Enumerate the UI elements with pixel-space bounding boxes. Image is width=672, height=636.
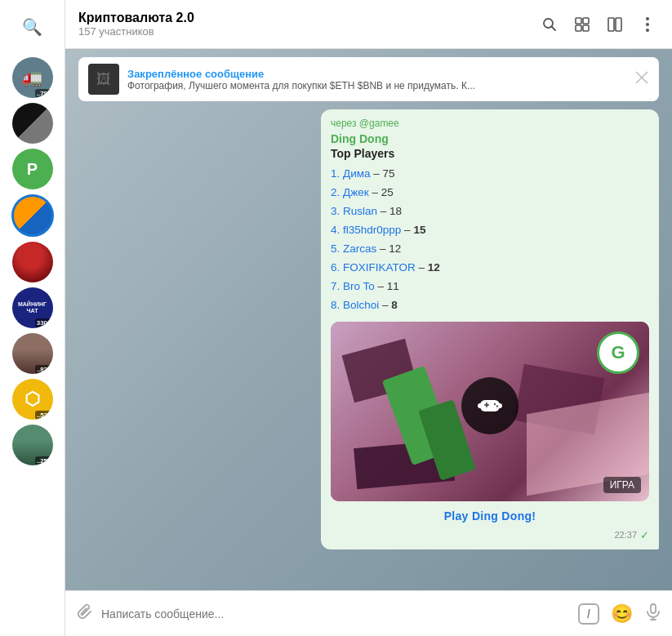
chat-subtitle: 157 участников — [78, 25, 530, 38]
input-right-icons: / 😊 — [578, 603, 662, 625]
avatar-badge: ..796 — [35, 89, 53, 98]
svg-rect-6 — [608, 18, 614, 31]
avatar-badge: ..259 — [35, 456, 53, 465]
sidebar-item-9[interactable]: ..259 — [12, 425, 53, 465]
gamee-logo: G — [597, 331, 639, 374]
list-item: 5. Zarcas – 12 — [331, 240, 649, 259]
command-button[interactable]: / — [578, 603, 599, 625]
player-list: 1. Дима – 75 2. Джек – 25 3. — [331, 165, 649, 315]
list-item: 1. Дима – 75 — [331, 165, 649, 184]
sidebar-search-button[interactable]: 🔍 — [14, 8, 51, 46]
svg-point-19 — [496, 405, 498, 407]
avatar-emoji: 🚛 — [22, 68, 42, 87]
chat-header-icons — [538, 13, 659, 36]
sidebar-item-2[interactable] — [12, 103, 53, 144]
game-title: Ding Dong — [331, 132, 649, 145]
search-button[interactable] — [538, 13, 561, 36]
controller-icon — [461, 377, 518, 434]
svg-line-1 — [552, 26, 556, 30]
message-bubble: через @gamee Ding Dong Top Players 1. Ди… — [321, 109, 659, 549]
list-item: 3. Ruslan – 18 — [331, 202, 649, 221]
sidebar-item-7[interactable]: ..829 — [12, 333, 53, 374]
svg-rect-5 — [583, 25, 589, 31]
chat-mode-button[interactable] — [571, 13, 594, 36]
sidebar-item-4[interactable] — [11, 194, 54, 237]
svg-rect-14 — [478, 403, 484, 408]
pinned-thumbnail: 🖼 — [88, 64, 119, 95]
game-label-badge: ИГРА — [603, 477, 641, 493]
emoji-button[interactable]: 😊 — [611, 603, 633, 625]
pin-icon — [634, 70, 649, 88]
avatar-badge: ..535 — [35, 411, 53, 420]
more-options-button[interactable] — [636, 13, 659, 36]
svg-rect-3 — [583, 18, 589, 24]
sidebar-item-3[interactable]: P — [12, 149, 53, 189]
message-meta: 22:37 ✓ — [331, 529, 649, 541]
message-timestamp: 22:37 — [614, 530, 637, 540]
svg-rect-20 — [651, 604, 656, 613]
pinned-text: Фотография, Лучшего момента для покупки … — [127, 80, 626, 91]
pinned-title: Закреплённое сообщение — [127, 68, 626, 80]
sidebar-item-5[interactable] — [12, 242, 53, 282]
list-item: 7. Bro To – 11 — [331, 278, 649, 296]
svg-rect-7 — [616, 18, 621, 31]
list-item: 4. fl35hdr0ppp – 15 — [331, 221, 649, 240]
svg-point-18 — [494, 403, 496, 404]
pinned-message[interactable]: 🖼 Закреплённое сообщение Фотография, Луч… — [78, 57, 659, 101]
chat-header-info: Криптовалюта 2.0 157 участников — [78, 11, 530, 38]
list-item: 6. FOXIFIKATOR – 12 — [331, 259, 649, 278]
avatar-badge: 3304 — [35, 318, 53, 328]
chat-messages: 🖼 Закреплённое сообщение Фотография, Луч… — [78, 57, 659, 549]
chat-title: Криптовалюта 2.0 — [78, 11, 530, 25]
gamee-logo-letter: G — [611, 342, 625, 363]
avatar-text: МАЙНИНГЧАТ — [18, 301, 47, 315]
sidebar-item-6[interactable]: МАЙНИНГЧАТ 3304 — [12, 287, 53, 328]
message-tick: ✓ — [640, 529, 649, 541]
sidebar-item-1[interactable]: 🚛 ..796 — [12, 57, 53, 98]
svg-point-10 — [646, 29, 649, 32]
play-button-row: Play Ding Dong! — [331, 501, 649, 526]
game-thumbnail[interactable]: G — [331, 322, 649, 501]
avatar-badge: ..829 — [35, 365, 53, 374]
top-players-title: Top Players — [331, 147, 649, 160]
svg-point-9 — [646, 23, 649, 26]
sidebar: 🔍 🚛 ..796 P МАЙНИНГЧАТ 3304 ..829 ⬡ ..53… — [0, 0, 65, 636]
play-game-button[interactable]: Play Ding Dong! — [444, 509, 536, 523]
svg-rect-2 — [576, 18, 581, 24]
avatar-letter: P — [27, 160, 38, 179]
pinned-content: Закреплённое сообщение Фотография, Лучше… — [127, 68, 626, 91]
sidebar-item-8[interactable]: ⬡ ..535 — [12, 379, 53, 420]
pinned-preview-text: Лучшего момента для покупки $ETH $BNB и … — [189, 80, 475, 91]
via-gamee-label: через @gamee — [331, 118, 649, 129]
chat-header: Криптовалюта 2.0 157 участников — [65, 0, 672, 49]
avatar-content: ⬡ — [24, 389, 40, 410]
pinned-preview-label: Фотография, — [127, 80, 186, 91]
list-item: 2. Джек – 25 — [331, 184, 649, 202]
svg-point-8 — [646, 17, 649, 20]
search-icon: 🔍 — [22, 17, 42, 37]
chat-input-bar: / 😊 — [65, 590, 672, 636]
column-button[interactable] — [603, 13, 626, 36]
attach-button[interactable] — [75, 603, 93, 625]
svg-rect-17 — [484, 404, 489, 406]
main-area: Криптовалюта 2.0 157 участников — [65, 0, 672, 636]
mic-button[interactable] — [644, 603, 662, 625]
svg-rect-4 — [576, 25, 581, 31]
message-wrapper: через @gamee Ding Dong Top Players 1. Ди… — [78, 109, 659, 549]
chat-body[interactable]: 🖼 Закреплённое сообщение Фотография, Луч… — [65, 49, 672, 590]
list-item: 8. Bolchoi – 8 — [331, 296, 649, 315]
message-input[interactable] — [101, 607, 570, 620]
